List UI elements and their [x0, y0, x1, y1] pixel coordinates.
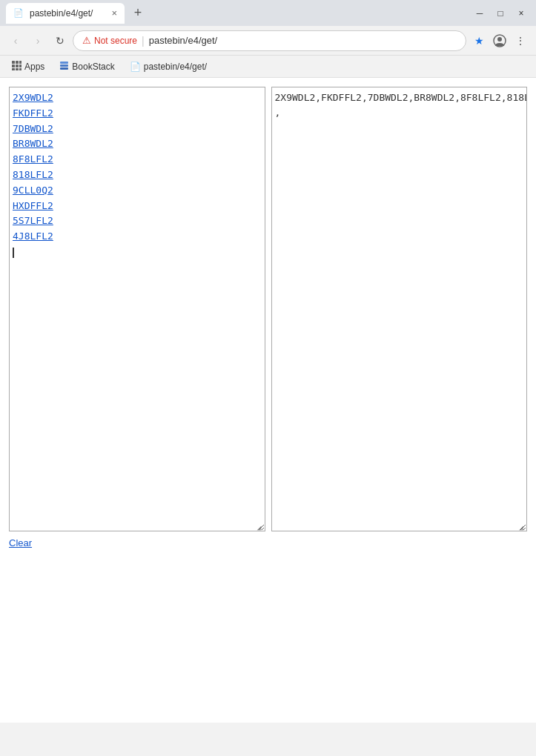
- maximize-button[interactable]: □: [492, 4, 509, 22]
- list-item[interactable]: 9CLL0Q2: [13, 183, 262, 199]
- main-layout: 2X9WDL2FKDFFL27DBWDL2BR8WDL28F8LFL2818LF…: [9, 87, 527, 531]
- list-item[interactable]: 4J8LFL2: [13, 229, 262, 245]
- list-item[interactable]: 8F8LFL2: [13, 152, 262, 168]
- account-icon: [493, 34, 506, 47]
- clear-link[interactable]: Clear: [9, 537, 32, 548]
- forward-button[interactable]: ›: [28, 31, 47, 50]
- security-label: Not secure: [94, 36, 137, 46]
- right-pane-text: 2X9WDL2,FKDFFL2,7DBWDL2,BR8WDL2,8F8LFL2,…: [275, 92, 528, 118]
- svg-rect-10: [19, 68, 21, 70]
- list-item[interactable]: HXDFFL2: [13, 199, 262, 214]
- back-button[interactable]: ‹: [6, 31, 25, 50]
- account-button[interactable]: [490, 31, 509, 50]
- svg-rect-6: [16, 64, 19, 67]
- warning-icon: ⚠: [82, 35, 91, 46]
- new-tab-button[interactable]: +: [128, 3, 148, 24]
- right-pane-resize[interactable]: ◢: [519, 523, 526, 531]
- apps-grid-icon: [12, 61, 21, 73]
- address-actions: ★ ⋮: [469, 31, 530, 50]
- bookstack-bookmark[interactable]: BookStack: [53, 59, 120, 74]
- left-pane[interactable]: 2X9WDL2FKDFFL27DBWDL2BR8WDL28F8LFL2818LF…: [9, 87, 265, 531]
- pastebin-bookmark[interactable]: 📄 pastebin/e4/get/: [124, 60, 213, 73]
- addressbar: ‹ › ↻ ⚠ Not secure | pastebin/e4/get/ ★ …: [0, 26, 536, 56]
- apps-label: Apps: [24, 62, 44, 72]
- svg-rect-2: [12, 61, 15, 64]
- page-icon: 📄: [130, 62, 141, 72]
- titlebar: 📄 pastebin/e4/get/ × + ─ □ ×: [0, 0, 536, 26]
- svg-point-1: [497, 37, 502, 42]
- page-content: 2X9WDL2FKDFFL27DBWDL2BR8WDL28F8LFL2818LF…: [0, 78, 536, 723]
- pastebin-label: pastebin/e4/get/: [144, 62, 207, 72]
- bookmark-star-button[interactable]: ★: [469, 31, 489, 50]
- bookstack-label: BookStack: [72, 62, 114, 72]
- svg-rect-4: [19, 61, 21, 64]
- list-item[interactable]: 5S7LFL2: [13, 213, 262, 229]
- close-button[interactable]: ×: [512, 4, 530, 22]
- right-pane[interactable]: 2X9WDL2,FKDFFL2,7DBWDL2,BR8WDL2,8F8LFL2,…: [271, 87, 528, 531]
- svg-rect-8: [12, 68, 15, 70]
- left-pane-resize[interactable]: ◢: [257, 523, 265, 531]
- menu-button[interactable]: ⋮: [511, 31, 530, 50]
- left-pane-links: 2X9WDL2FKDFFL27DBWDL2BR8WDL28F8LFL2818LF…: [13, 90, 262, 245]
- text-cursor: [13, 248, 14, 258]
- tab-label: pastebin/e4/get/: [30, 8, 93, 19]
- svg-rect-7: [19, 64, 21, 67]
- list-item[interactable]: 818LFL2: [13, 168, 262, 183]
- window-controls: ─ □ ×: [471, 4, 530, 22]
- url-divider: |: [142, 35, 145, 47]
- minimize-button[interactable]: ─: [471, 4, 489, 22]
- tab-close-button[interactable]: ×: [111, 7, 117, 19]
- svg-rect-13: [60, 67, 68, 70]
- list-item[interactable]: 7DBWDL2: [13, 122, 262, 137]
- svg-rect-11: [60, 62, 68, 64]
- svg-rect-5: [12, 64, 15, 67]
- svg-rect-3: [16, 61, 19, 64]
- url-text: pastebin/e4/get/: [149, 35, 218, 46]
- svg-rect-9: [16, 68, 19, 70]
- security-warning: ⚠ Not secure: [82, 35, 137, 46]
- list-item[interactable]: BR8WDL2: [13, 136, 262, 152]
- list-item[interactable]: 2X9WDL2: [13, 90, 262, 106]
- bookmarks-bar: Apps BookStack 📄 pastebin/e4/get/: [0, 56, 536, 78]
- bookstack-icon: [59, 61, 69, 73]
- tab-page-icon: 📄: [13, 8, 24, 18]
- address-field[interactable]: ⚠ Not secure | pastebin/e4/get/: [73, 30, 466, 51]
- list-item[interactable]: FKDFFL2: [13, 106, 262, 122]
- browser-tab[interactable]: 📄 pastebin/e4/get/ ×: [6, 3, 125, 24]
- svg-rect-12: [60, 64, 68, 67]
- apps-bookmark[interactable]: Apps: [6, 59, 50, 74]
- refresh-button[interactable]: ↻: [50, 31, 70, 50]
